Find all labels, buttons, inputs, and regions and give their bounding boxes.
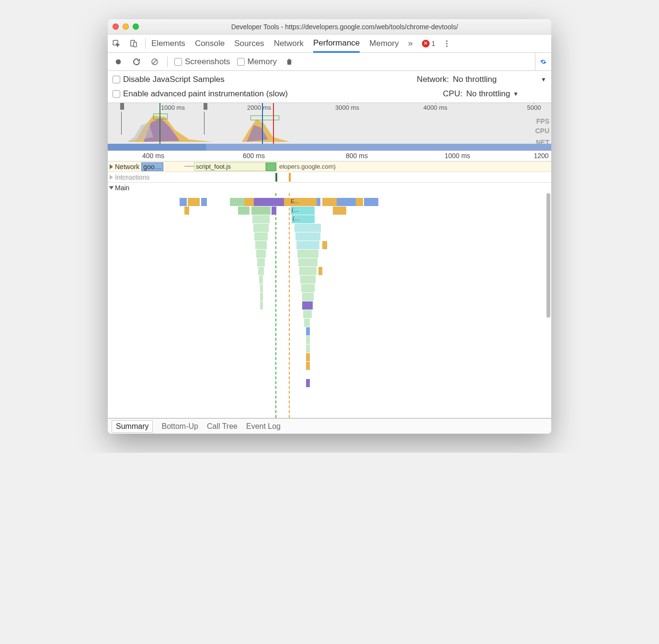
flame-segment[interactable] <box>184 207 189 215</box>
network-bar[interactable]: script_foot.js <box>194 162 266 171</box>
kebab-menu-icon[interactable] <box>441 38 453 49</box>
interactions-row[interactable]: Interactions <box>108 172 551 183</box>
flame-segment[interactable] <box>296 241 319 249</box>
expand-icon[interactable] <box>110 175 113 180</box>
tab-event-log[interactable]: Event Log <box>246 422 281 431</box>
flame-segment[interactable] <box>306 327 310 335</box>
tab-call-tree[interactable]: Call Tree <box>207 422 238 431</box>
flame-chart[interactable]: E… (… (… <box>108 193 551 418</box>
flame-segment[interactable] <box>253 224 269 232</box>
network-row[interactable]: Network goo… script_foot.js elopers.goog… <box>108 161 551 172</box>
flame-segment[interactable] <box>317 198 320 206</box>
tab-bottom-up[interactable]: Bottom-Up <box>161 422 198 431</box>
flame-segment[interactable] <box>251 207 271 215</box>
record-button[interactable] <box>113 56 124 68</box>
flame-segment[interactable] <box>337 198 356 206</box>
reload-record-button[interactable] <box>131 56 142 68</box>
more-tabs-icon[interactable]: » <box>405 38 416 49</box>
tab-console[interactable]: Console <box>195 34 225 52</box>
memory-checkbox[interactable]: Memory <box>237 57 277 67</box>
flame-segment[interactable] <box>180 198 187 206</box>
flame-segment[interactable] <box>302 293 314 301</box>
tab-elements[interactable]: Elements <box>151 34 185 52</box>
cpu-throttle-select[interactable]: No throttling ▼ <box>466 89 519 99</box>
flame-segment[interactable] <box>333 207 346 215</box>
detail-ruler[interactable]: 400 ms 600 ms 800 ms 1000 ms 1200 <box>108 151 551 161</box>
flame-segment[interactable]: (… <box>291 207 315 215</box>
flame-segment[interactable] <box>230 198 244 206</box>
flame-scrollbar[interactable] <box>546 193 550 318</box>
flame-segment[interactable] <box>306 362 310 370</box>
flame-segment[interactable] <box>299 267 317 275</box>
screenshots-checkbox[interactable]: Screenshots <box>174 57 230 67</box>
trash-icon[interactable] <box>284 56 295 68</box>
close-window-icon[interactable] <box>113 23 119 30</box>
flame-segment[interactable] <box>284 198 290 206</box>
overview-handle-right[interactable] <box>204 103 207 110</box>
flame-segment[interactable] <box>295 224 321 232</box>
flame-segment[interactable] <box>201 198 207 206</box>
flame-segment[interactable] <box>256 250 266 258</box>
error-badge[interactable]: ✕ 1 <box>422 39 435 47</box>
flame-segment[interactable] <box>244 198 254 206</box>
flame-segment[interactable] <box>303 310 312 318</box>
flame-segment[interactable] <box>260 301 263 310</box>
tab-memory[interactable]: Memory <box>369 34 398 52</box>
clear-button[interactable] <box>149 56 160 68</box>
flame-segment[interactable]: E… <box>290 198 317 206</box>
network-bar[interactable]: goo… <box>141 162 163 171</box>
flame-segment[interactable] <box>254 232 268 241</box>
flame-segment[interactable] <box>297 250 318 258</box>
flame-segment[interactable] <box>318 267 322 275</box>
tab-performance[interactable]: Performance <box>313 35 360 53</box>
tab-network[interactable]: Network <box>274 34 304 52</box>
flame-segment[interactable] <box>254 198 275 206</box>
zoom-window-icon[interactable] <box>133 23 139 30</box>
tab-summary[interactable]: Summary <box>112 420 153 433</box>
flame-segment[interactable] <box>260 293 263 301</box>
flame-segment[interactable] <box>257 258 265 266</box>
advanced-paint-checkbox[interactable]: Enable advanced paint instrumentation (s… <box>113 89 288 99</box>
device-toolbar-icon[interactable] <box>128 38 139 49</box>
expand-icon[interactable] <box>110 164 113 169</box>
minimize-window-icon[interactable] <box>123 23 129 30</box>
flame-segment[interactable] <box>252 215 270 223</box>
flame-segment[interactable] <box>298 258 318 266</box>
flame-segment[interactable] <box>275 198 284 206</box>
flame-segment[interactable] <box>322 198 337 206</box>
collapse-icon[interactable] <box>109 186 114 190</box>
settings-gear-icon[interactable] <box>535 53 546 70</box>
flame-segment[interactable] <box>306 345 310 353</box>
flame-segment[interactable] <box>255 241 267 249</box>
inspect-element-icon[interactable] <box>111 38 122 49</box>
flame-segment[interactable] <box>306 336 310 344</box>
flame-segment[interactable] <box>295 232 320 241</box>
flame-segment[interactable] <box>301 284 315 292</box>
flame-segment[interactable] <box>356 198 363 206</box>
flame-segment[interactable] <box>304 319 310 327</box>
svg-point-3 <box>446 40 448 42</box>
flame-segment[interactable] <box>188 198 200 206</box>
main-row[interactable]: Main <box>108 183 551 193</box>
flame-segment[interactable] <box>259 276 263 284</box>
flame-segment[interactable] <box>238 207 250 215</box>
flame-segment[interactable] <box>306 379 310 387</box>
overview-panel[interactable]: 1000 ms 2000 ms 3000 ms 4000 ms 5000 <box>108 103 551 151</box>
network-throttle-value: No throttling <box>453 75 497 84</box>
network-throttle-select[interactable]: No throttling ▼ <box>453 75 546 84</box>
overview-handle-left[interactable] <box>120 103 124 110</box>
tab-sources[interactable]: Sources <box>234 34 264 52</box>
ruler-tick: 800 ms <box>346 152 368 160</box>
flame-segment[interactable]: (… <box>292 215 315 223</box>
flame-segment[interactable] <box>258 267 264 275</box>
flame-segment[interactable] <box>272 207 276 215</box>
flame-segment[interactable] <box>364 198 378 206</box>
flame-segment[interactable] <box>322 241 327 249</box>
network-bar[interactable] <box>266 162 276 171</box>
flame-segment[interactable] <box>260 284 263 292</box>
disable-js-checkbox[interactable]: Disable JavaScript Samples <box>113 75 225 84</box>
flame-segment[interactable] <box>300 276 316 284</box>
flame-segment[interactable] <box>302 301 313 310</box>
main-row-label: Main <box>115 184 129 192</box>
flame-segment[interactable] <box>306 353 310 361</box>
